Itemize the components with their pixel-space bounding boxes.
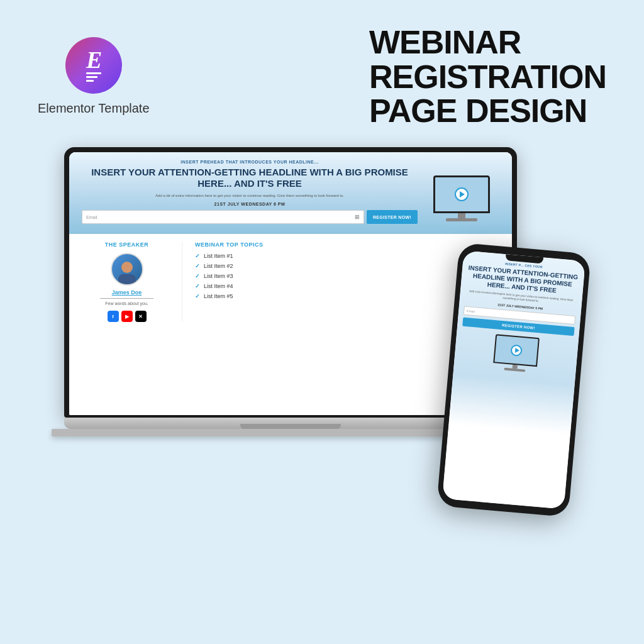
page-wrapper: E Elementor Template WEBINAR REGISTRATIO…	[0, 0, 644, 644]
facebook-icon[interactable]: f	[108, 311, 119, 322]
speaker-divider	[100, 298, 154, 299]
speaker-name: James Doe	[82, 289, 172, 296]
play-triangle	[460, 191, 465, 197]
topics-section-title: WEBINAR TOP TOPICS	[195, 242, 499, 248]
phone-mockup: INSERT P... CES YOUR INSERT YOUR ATTENTI…	[436, 242, 591, 517]
topic-label-5: List Item #5	[204, 293, 233, 299]
check-icon-1: ✓	[195, 253, 200, 259]
lp-subtext: Add a bit of extra information here to g…	[82, 193, 418, 198]
youtube-icon[interactable]: ▶	[121, 311, 133, 322]
topic-item-1: ✓ List Item #1	[195, 253, 499, 259]
check-icon-3: ✓	[195, 273, 200, 279]
speaker-section-title: THE SPEAKER	[82, 242, 172, 248]
top-section: E Elementor Template WEBINAR REGISTRATIO…	[38, 25, 606, 128]
topic-item-3: ✓ List Item #3	[195, 273, 499, 279]
email-placeholder: Email	[86, 215, 97, 219]
lp-register-button[interactable]: REGISTER NOW!	[367, 210, 418, 224]
monitor-neck	[458, 213, 465, 218]
check-icon-5: ✓	[195, 293, 200, 299]
logo-area: E Elementor Template	[38, 37, 150, 116]
phone-play-button[interactable]	[510, 344, 523, 357]
lp-headline: INSERT YOUR ATTENTION-GETTING HEADLINE W…	[82, 167, 418, 189]
lp-date: 21ST JULY WEDNESDAY 6 PM	[82, 202, 418, 206]
title-area: WEBINAR REGISTRATION PAGE DESIGN	[369, 25, 606, 128]
topic-label-1: List Item #1	[204, 253, 233, 259]
topic-item-5: ✓ List Item #5	[195, 293, 499, 299]
phone-screen: INSERT P... CES YOUR INSERT YOUR ATTENTI…	[442, 250, 586, 509]
phone-email-placeholder: Email	[467, 308, 475, 313]
topic-item-2: ✓ List Item #2	[195, 263, 499, 269]
avatar-figure	[118, 253, 136, 286]
lp-form: Email ⊞ REGISTER NOW!	[82, 210, 418, 224]
avatar-head	[121, 262, 133, 273]
form-icon: ⊞	[355, 214, 360, 220]
topic-item-4: ✓ List Item #4	[195, 283, 499, 289]
mini-monitor	[433, 175, 490, 221]
mini-monitor-screen	[433, 175, 490, 213]
laptop-screen-inner: INSERT PREHEAD THAT INTRODUCES YOUR HEAD…	[69, 152, 512, 415]
elementor-logo-icon: E	[65, 37, 122, 94]
lp-bottom: THE SPEAKER James Doe Few words about	[69, 234, 512, 330]
lp-prehead: INSERT PREHEAD THAT INTRODUCES YOUR HEAD…	[82, 160, 418, 164]
lp-email-input[interactable]: Email ⊞	[82, 210, 364, 224]
speaker-avatar	[111, 253, 143, 286]
phone-monitor-screen	[493, 334, 540, 367]
speaker-bio: Few words about you.	[82, 301, 172, 306]
x-twitter-icon[interactable]: ✕	[135, 311, 147, 322]
phone-play-triangle	[514, 347, 519, 353]
lp-hero-monitor	[424, 160, 499, 224]
phone-monitor-neck	[513, 364, 518, 369]
topic-label-4: List Item #4	[204, 283, 233, 289]
social-links: f ▶ ✕	[82, 311, 172, 322]
check-icon-2: ✓	[195, 263, 200, 269]
monitor-stand	[446, 218, 477, 221]
lp-speaker-section: THE SPEAKER James Doe Few words about	[82, 242, 182, 322]
landing-page-content: INSERT PREHEAD THAT INTRODUCES YOUR HEAD…	[69, 152, 512, 415]
phone-monitor	[459, 331, 574, 375]
phone-landing-page: INSERT P... CES YOUR INSERT YOUR ATTENTI…	[442, 250, 586, 509]
play-button-icon[interactable]	[455, 187, 469, 201]
logo-label: Elementor Template	[38, 101, 150, 116]
page-title: WEBINAR REGISTRATION PAGE DESIGN	[369, 25, 606, 128]
topic-label-2: List Item #2	[204, 263, 233, 269]
avatar-body	[118, 274, 136, 286]
check-icon-4: ✓	[195, 283, 200, 289]
lp-hero-left: INSERT PREHEAD THAT INTRODUCES YOUR HEAD…	[82, 160, 418, 224]
devices-container: INSERT PREHEAD THAT INTRODUCES YOUR HEAD…	[64, 147, 580, 499]
lp-hero: INSERT PREHEAD THAT INTRODUCES YOUR HEAD…	[69, 152, 512, 234]
topic-label-3: List Item #3	[204, 273, 233, 279]
